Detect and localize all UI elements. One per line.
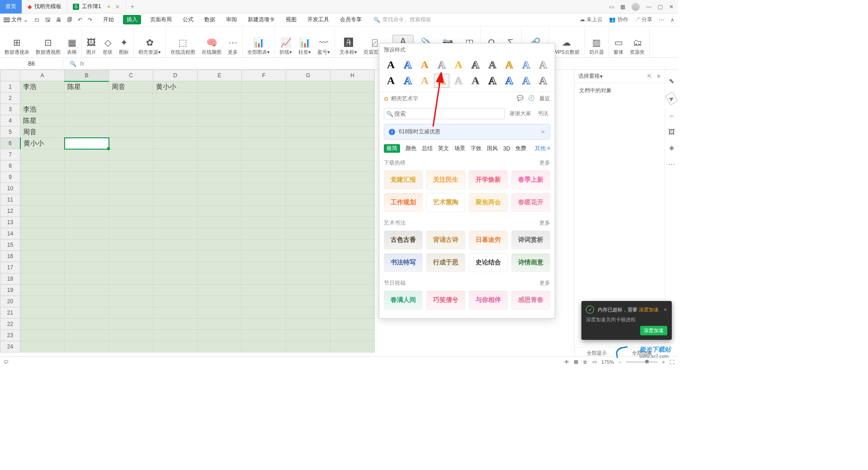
cell-B22[interactable] (65, 319, 109, 330)
cell-D24[interactable] (153, 341, 198, 352)
cell-C15[interactable] (109, 240, 153, 251)
cell-G19[interactable] (286, 285, 330, 296)
preset-style-13[interactable]: A (434, 74, 448, 87)
col-header-H[interactable]: H (330, 70, 375, 81)
row-header-17[interactable]: 17 (0, 262, 20, 273)
row-header-7[interactable]: 7 (0, 149, 20, 160)
open-icon[interactable]: 🗀 (34, 17, 40, 23)
cell-A22[interactable] (20, 319, 65, 330)
cell-B15[interactable] (65, 240, 109, 251)
ribbon-窗体[interactable]: ▭窗体 (613, 37, 623, 56)
ribbon-数据透视图[interactable]: ⊡数据透视图 (36, 37, 61, 56)
wordart-thumb[interactable]: 党建汇报 (384, 170, 423, 189)
promo-banner[interactable]: i 618限时立减优惠 ✕ (384, 124, 550, 140)
ribbon-图标[interactable]: ✦图标 (119, 37, 129, 56)
fx-icon[interactable]: fx (80, 61, 84, 67)
cell-H8[interactable] (330, 160, 375, 172)
cell-A12[interactable] (20, 206, 65, 217)
more-tool-icon[interactable]: ⋯ (668, 160, 675, 168)
cloud-status[interactable]: ☁ 未上云 (580, 16, 603, 24)
cell-D4[interactable] (153, 115, 198, 127)
cell-A16[interactable] (20, 251, 65, 262)
print-preview-icon[interactable]: 🗐 (67, 17, 72, 23)
cell-C20[interactable] (109, 296, 153, 307)
row-header-13[interactable]: 13 (0, 217, 20, 228)
cell-H19[interactable] (330, 285, 375, 296)
cell-D11[interactable] (153, 194, 198, 206)
cell-F6[interactable] (242, 138, 286, 149)
tab-home[interactable]: 首页 (0, 0, 22, 14)
cell-E8[interactable] (198, 160, 242, 172)
cell-A5[interactable]: 周音 (20, 127, 65, 138)
preset-style-17[interactable]: A (502, 74, 516, 87)
wordart-thumb[interactable]: 春暖花开 (511, 193, 550, 212)
cell-F23[interactable] (242, 330, 286, 341)
menu-新建选项卡[interactable]: 新建选项卡 (246, 15, 277, 24)
cell-G5[interactable] (286, 127, 330, 138)
cell-G8[interactable] (286, 160, 330, 172)
cell-A11[interactable] (20, 194, 65, 206)
preset-style-2[interactable]: A (418, 58, 432, 71)
cell-E4[interactable] (198, 115, 242, 127)
cell-D10[interactable] (153, 183, 198, 194)
cell-B2[interactable] (65, 93, 109, 104)
ribbon-表格[interactable]: ▦表格 (67, 37, 77, 56)
location-tool-icon[interactable]: ◈ (669, 144, 675, 152)
cell-D22[interactable] (153, 319, 198, 330)
preset-style-12[interactable]: A (418, 74, 432, 87)
fullscreen-icon[interactable]: ⛶ (670, 359, 675, 365)
cell-D14[interactable] (153, 228, 198, 240)
cell-E3[interactable] (198, 104, 242, 115)
cell-F19[interactable] (242, 285, 286, 296)
cell-F15[interactable] (242, 240, 286, 251)
cell-D6[interactable] (153, 138, 198, 149)
dropdown-icon[interactable]: ▾ (600, 73, 603, 80)
close-icon[interactable]: ✕ (541, 129, 545, 135)
preset-style-4[interactable]: A (452, 58, 466, 71)
cell-F13[interactable] (242, 217, 286, 228)
cell-F16[interactable] (242, 251, 286, 262)
preset-style-5[interactable]: A (468, 58, 482, 71)
preset-style-0[interactable]: A (384, 58, 398, 71)
cell-A15[interactable] (20, 240, 65, 251)
cell-E21[interactable] (198, 307, 242, 319)
cell-A21[interactable] (20, 307, 65, 319)
cell-B1[interactable]: 陈星 (65, 81, 109, 93)
cell-E10[interactable] (198, 183, 242, 194)
cell-B11[interactable] (65, 194, 109, 206)
cell-A23[interactable] (20, 330, 65, 341)
cell-E18[interactable] (198, 273, 242, 285)
avatar[interactable] (632, 3, 640, 11)
cell-C5[interactable] (109, 127, 153, 138)
cell-F4[interactable] (242, 115, 286, 127)
preset-style-3[interactable]: A (434, 58, 448, 71)
maximize-icon[interactable]: ▢ (658, 4, 663, 10)
col-header-C[interactable]: C (109, 70, 153, 81)
ribbon-WPS云数据[interactable]: ☁WPS云数据 (553, 37, 580, 56)
cell-G2[interactable] (286, 93, 330, 104)
cell-E15[interactable] (198, 240, 242, 251)
preset-style-9[interactable]: A (536, 58, 550, 71)
name-box[interactable]: B6 (0, 59, 63, 68)
cell-C19[interactable] (109, 285, 153, 296)
cat-总结[interactable]: 总结 (422, 145, 433, 152)
row-header-11[interactable]: 11 (0, 194, 20, 206)
cursor-tool-icon[interactable]: ➤ (665, 92, 678, 105)
cell-A13[interactable] (20, 217, 65, 228)
row-header-15[interactable]: 15 (0, 240, 20, 251)
cell-C8[interactable] (109, 160, 153, 172)
cell-D9[interactable] (153, 172, 198, 183)
cell-F3[interactable] (242, 104, 286, 115)
cell-E7[interactable] (198, 149, 242, 160)
menu-开发工具[interactable]: 开发工具 (306, 15, 331, 24)
image-tool-icon[interactable]: 🖼 (668, 128, 675, 136)
cell-H23[interactable] (330, 330, 375, 341)
cat-more[interactable]: 其他 ≡ (535, 145, 550, 152)
cell-G3[interactable] (286, 104, 330, 115)
tab-template[interactable]: ◆找稻壳模板 (22, 0, 67, 14)
cat-字效[interactable]: 字效 (471, 145, 481, 152)
more-icon[interactable]: ⋯ (659, 17, 664, 23)
cell-C24[interactable] (109, 341, 153, 352)
cell-G18[interactable] (286, 273, 330, 285)
cell-H11[interactable] (330, 194, 375, 206)
